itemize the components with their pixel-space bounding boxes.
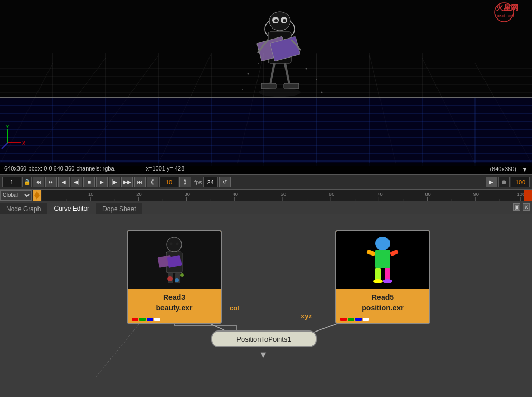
tab-curve-editor[interactable]: Curve Editor	[48, 203, 96, 214]
channel-g	[348, 318, 354, 321]
channel-a	[154, 318, 160, 321]
read5-label: Read5 position.exr	[336, 289, 429, 316]
end-frame-input[interactable]: 100	[159, 177, 178, 187]
window-controls: ▣ ✕	[513, 203, 530, 211]
viewport-coords-text: x=1001 y= 428	[146, 165, 185, 172]
svg-point-114	[170, 243, 173, 245]
timeline-marker[interactable]	[33, 190, 41, 201]
tab-bar: Node Graph Curve Editor Dope Sheet ▣ ✕	[0, 201, 532, 214]
node-read3[interactable]: Read3 beauty.exr	[127, 230, 222, 324]
svg-text:X: X	[22, 140, 25, 146]
tab-dope-sheet[interactable]: Dope Sheet	[96, 203, 142, 214]
read3-thumbnail	[128, 231, 221, 289]
svg-text:40: 40	[233, 192, 238, 197]
svg-text:60: 60	[329, 192, 334, 197]
svg-text:90: 90	[473, 192, 479, 197]
node-graph-area[interactable]: Read3 beauty.exr	[0, 214, 532, 397]
svg-rect-126	[375, 250, 390, 268]
svg-text:火星网: 火星网	[496, 3, 518, 12]
svg-point-122	[175, 278, 179, 282]
step-forward-button[interactable]: ▶▶	[121, 177, 133, 187]
close-panel-button[interactable]: ✕	[522, 203, 530, 211]
tab-node-graph[interactable]: Node Graph	[0, 203, 48, 214]
node-position-to-points[interactable]: PositionToPoints1	[211, 330, 317, 347]
read3-label: Read3 beauty.exr	[128, 289, 221, 316]
frame-input[interactable]: 1	[2, 177, 21, 187]
play-button[interactable]: ▶	[96, 177, 108, 187]
frame-forward-button[interactable]: |▶	[109, 177, 120, 187]
connections-layer	[0, 214, 532, 397]
svg-point-60	[306, 68, 307, 70]
fps-input[interactable]: 24	[203, 177, 218, 187]
ptp-label: PositionToPoints1	[236, 335, 291, 343]
read5-channels	[336, 316, 429, 323]
svg-point-131	[373, 279, 383, 283]
read5-thumbnail	[336, 231, 429, 289]
fps-label: fps	[194, 179, 202, 185]
skip-to-start-button[interactable]: ⏮	[33, 177, 44, 187]
svg-point-132	[383, 279, 392, 283]
channel-b	[147, 318, 153, 321]
channel-r	[340, 318, 347, 321]
svg-text:hxsd.com: hxsd.com	[495, 13, 516, 18]
timeline-end-marker	[524, 190, 532, 201]
viewport-info-text: 640x360 bbox: 0 0 640 360 channels: rgba	[4, 165, 115, 172]
next-frame-button[interactable]: ⟫	[179, 177, 191, 187]
svg-rect-55	[261, 83, 276, 89]
stop-button[interactable]: ■	[83, 177, 95, 187]
connection-label-xyz: xyz	[301, 312, 312, 320]
step-back-button[interactable]: ◀	[58, 177, 70, 187]
timeline-ruler: Global 10 20 30 40 50 60	[0, 189, 532, 201]
prev-keyframe-button[interactable]: ⏭	[45, 177, 57, 187]
svg-point-123	[180, 273, 184, 277]
output-arrow: ▼	[259, 349, 268, 361]
frame-back-button[interactable]: ◀|	[71, 177, 82, 187]
timeline-track[interactable]: 10 20 30 40 50 60 70 80 90 100	[42, 190, 524, 201]
svg-text:20: 20	[136, 192, 141, 197]
lock-button[interactable]: 🔒	[22, 177, 32, 187]
3d-viewport[interactable]: X Y Z 火星网 hxsd.com 640x360 bbox: 0 0 640…	[0, 0, 532, 174]
svg-point-125	[375, 237, 390, 250]
svg-text:30: 30	[184, 192, 189, 197]
node-read5[interactable]: Read5 position.exr	[335, 230, 430, 324]
read3-channels	[128, 316, 221, 323]
svg-point-57	[259, 88, 301, 97]
svg-point-121	[167, 276, 173, 281]
svg-point-115	[176, 243, 179, 245]
svg-point-59	[258, 63, 259, 64]
connection-label-col: col	[230, 304, 240, 312]
viewport-dropdown-icon[interactable]: ▼	[521, 166, 528, 173]
svg-text:Y: Y	[6, 124, 9, 129]
skip-to-end-button[interactable]: ⏭	[134, 177, 146, 187]
svg-point-43	[269, 12, 290, 31]
timeline-controls-bar: 1 🔒 ⏮ ⏭ ◀ ◀| ■ ▶ |▶ ▶▶ ⏭ ⟪ 100 ⟫ fps 24 …	[0, 174, 532, 189]
record-button[interactable]: ⏺	[498, 177, 510, 187]
svg-point-61	[316, 79, 317, 80]
svg-point-63	[321, 92, 323, 93]
channel-b	[355, 318, 362, 321]
svg-text:80: 80	[425, 192, 430, 197]
svg-text:50: 50	[281, 192, 286, 197]
svg-rect-130	[385, 268, 390, 281]
viewport-size-text: (640x360)	[490, 166, 516, 172]
float-window-button[interactable]: ▣	[513, 203, 520, 211]
prev-frame-button[interactable]: ⟪	[147, 177, 158, 187]
channel-g	[139, 318, 146, 321]
view-select[interactable]: Global	[0, 190, 32, 201]
svg-text:10: 10	[88, 192, 93, 197]
svg-text:70: 70	[377, 192, 382, 197]
channel-a	[363, 318, 369, 321]
svg-rect-129	[375, 268, 381, 281]
svg-rect-14	[0, 98, 532, 166]
svg-point-46	[274, 19, 278, 22]
viewport-status-bar: 640x360 bbox: 0 0 640 360 channels: rgba…	[0, 163, 532, 174]
channel-r	[132, 318, 138, 321]
svg-marker-73	[34, 191, 40, 200]
svg-rect-118	[167, 255, 182, 268]
timeline-end-input[interactable]	[511, 177, 530, 187]
svg-point-62	[242, 89, 243, 90]
svg-rect-56	[284, 83, 299, 89]
loop-button[interactable]: ↺	[219, 177, 231, 187]
viewer-play-button[interactable]: ▶	[486, 177, 497, 187]
svg-text:100: 100	[517, 192, 524, 197]
